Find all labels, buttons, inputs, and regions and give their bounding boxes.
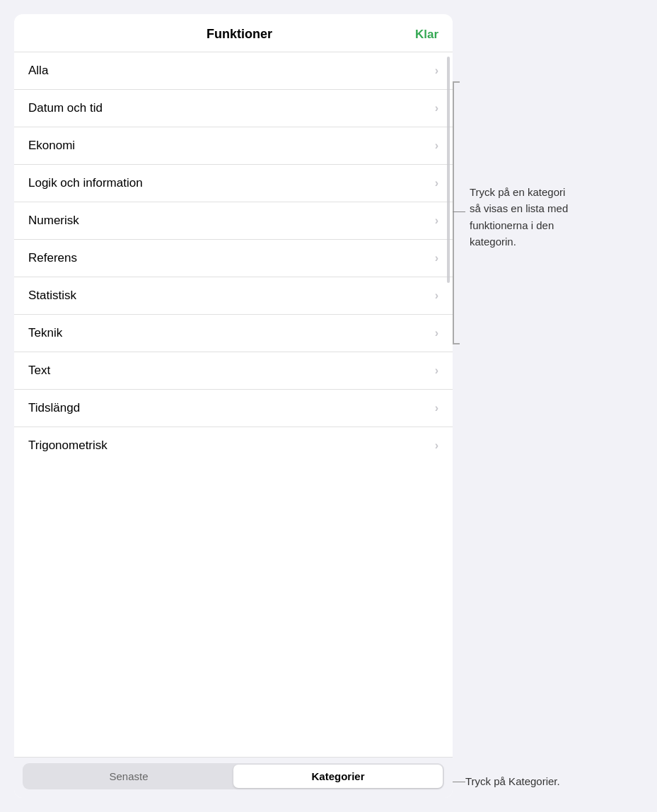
chevron-icon-alla: › <box>435 64 438 77</box>
category-label-text: Text <box>28 364 50 378</box>
category-label-teknik: Teknik <box>28 326 62 340</box>
category-item-logik-och-information[interactable]: Logik och information› <box>14 165 453 202</box>
category-label-alla: Alla <box>28 64 48 78</box>
category-label-statistisk: Statistisk <box>28 289 76 303</box>
panel-header: Funktioner Klar <box>14 14 453 52</box>
category-item-numerisk[interactable]: Numerisk› <box>14 202 453 240</box>
category-label-trigonometrisk: Trigonometrisk <box>28 439 107 453</box>
category-item-alla[interactable]: Alla› <box>14 52 453 90</box>
chevron-icon-ekonomi: › <box>435 139 438 152</box>
chevron-icon-tidslangd: › <box>435 402 438 414</box>
category-item-ekonomi[interactable]: Ekonomi› <box>14 127 453 165</box>
tab-bar: Senaste Kategorier <box>14 757 453 798</box>
category-item-statistisk[interactable]: Statistisk› <box>14 277 453 315</box>
category-label-tidslangd: Tidslängd <box>28 401 80 415</box>
klar-button[interactable]: Klar <box>415 28 438 42</box>
chevron-icon-text: › <box>435 364 438 377</box>
category-item-datum-och-tid[interactable]: Datum och tid› <box>14 90 453 127</box>
chevron-icon-teknik: › <box>435 327 438 340</box>
tab-segment: Senaste Kategorier <box>23 763 444 789</box>
category-label-logik-och-information: Logik och information <box>28 176 143 190</box>
chevron-icon-referens: › <box>435 252 438 265</box>
functions-panel: Funktioner Klar Alla›Datum och tid›Ekono… <box>14 14 453 798</box>
callout1-line <box>453 211 465 212</box>
category-item-text[interactable]: Text› <box>14 352 453 390</box>
tab-senaste[interactable]: Senaste <box>24 765 233 788</box>
chevron-icon-logik-och-information: › <box>435 177 438 190</box>
chevron-icon-numerisk: › <box>435 214 438 227</box>
category-label-ekonomi: Ekonomi <box>28 139 75 153</box>
category-item-referens[interactable]: Referens› <box>14 240 453 277</box>
chevron-icon-datum-och-tid: › <box>435 102 438 115</box>
callout1-text: Tryck på en kategori så visas en lista m… <box>470 184 568 250</box>
category-label-numerisk: Numerisk <box>28 214 79 228</box>
callout2-text: Tryck på Kategorier. <box>465 775 560 787</box>
bracket-tick-top <box>453 81 460 83</box>
category-item-tidslangd[interactable]: Tidslängd› <box>14 390 453 427</box>
annotation-area: Tryck på en kategori så visas en lista m… <box>453 0 657 812</box>
page-container: Funktioner Klar Alla›Datum och tid›Ekono… <box>0 0 657 812</box>
category-item-trigonometrisk[interactable]: Trigonometrisk› <box>14 427 453 464</box>
chevron-icon-statistisk: › <box>435 289 438 302</box>
bracket-tick-bottom <box>453 343 460 344</box>
category-item-teknik[interactable]: Teknik› <box>14 315 453 352</box>
callout2-line <box>453 782 465 782</box>
chevron-icon-trigonometrisk: › <box>435 439 438 452</box>
bracket-line <box>453 81 454 343</box>
category-label-referens: Referens <box>28 251 77 265</box>
scrollbar-indicator[interactable] <box>447 57 450 283</box>
tab-kategorier[interactable]: Kategorier <box>233 765 443 788</box>
category-label-datum-och-tid: Datum och tid <box>28 101 103 115</box>
category-list: Alla›Datum och tid›Ekonomi›Logik och inf… <box>14 52 453 757</box>
callout2-container: Tryck på Kategorier. <box>465 773 560 789</box>
callout1-container: Tryck på en kategori så visas en lista m… <box>465 184 568 250</box>
panel-title: Funktioner <box>64 27 415 42</box>
